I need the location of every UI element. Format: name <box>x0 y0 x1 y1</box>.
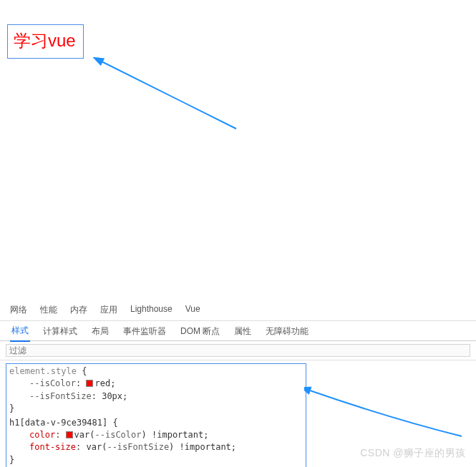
open-brace: { <box>113 418 118 428</box>
css-declaration[interactable]: color: var(--isColor) !important; <box>9 429 303 441</box>
rendered-heading-text: 学习vue <box>14 31 76 50</box>
color-swatch-icon[interactable] <box>86 380 93 387</box>
annotation-arrow-top <box>93 50 251 136</box>
subtab-event-listeners[interactable]: 事件监听器 <box>122 321 167 341</box>
close-brace: } <box>9 455 14 465</box>
styles-rules-box: element.style { --isColor: red; --isFont… <box>6 363 306 467</box>
css-selector: element.style <box>9 366 77 376</box>
color-swatch-icon[interactable] <box>66 431 73 438</box>
devtools-sub-tabs: 样式 计算样式 布局 事件监听器 DOM 断点 属性 无障碍功能 <box>0 321 476 341</box>
rendered-heading: 学习vue <box>7 24 84 59</box>
subtab-properties[interactable]: 属性 <box>233 321 253 341</box>
css-declaration[interactable]: font-size: var(--isFontSize) !important; <box>9 441 303 453</box>
tab-lighthouse[interactable]: Lighthouse <box>130 304 173 316</box>
devtools-main-tabs: 网络 性能 内存 应用 Lighthouse Vue <box>0 299 476 321</box>
tab-application[interactable]: 应用 <box>100 304 117 316</box>
devtools-panel: 网络 性能 内存 应用 Lighthouse Vue 样式 计算样式 布局 事件… <box>0 299 476 467</box>
tab-performance[interactable]: 性能 <box>40 304 57 316</box>
tab-vue[interactable]: Vue <box>185 304 200 316</box>
subtab-layout[interactable]: 布局 <box>90 321 110 341</box>
filter-input[interactable] <box>6 344 470 357</box>
tab-network[interactable]: 网络 <box>10 304 27 316</box>
subtab-accessibility[interactable]: 无障碍功能 <box>264 321 310 341</box>
filter-row <box>0 341 476 360</box>
subtab-computed[interactable]: 计算样式 <box>42 321 79 341</box>
css-rule-h1[interactable]: h1[data-v-9ce39481] { color: var(--isCol… <box>9 417 303 467</box>
tab-memory[interactable]: 内存 <box>70 304 87 316</box>
watermark-text: CSDN @狮子座的男孩 <box>360 447 466 460</box>
css-selector: h1[data-v-9ce39481] <box>9 418 107 428</box>
subtab-styles[interactable]: 样式 <box>10 320 30 342</box>
close-brace: } <box>9 403 14 413</box>
css-declaration[interactable]: --isColor: red; <box>9 378 303 390</box>
css-rule-element-style[interactable]: element.style { --isColor: red; --isFont… <box>9 365 303 416</box>
open-brace: { <box>82 366 87 376</box>
subtab-dom-breakpoints[interactable]: DOM 断点 <box>179 321 221 341</box>
css-declaration[interactable]: --isFontSize: 30px; <box>9 390 303 403</box>
